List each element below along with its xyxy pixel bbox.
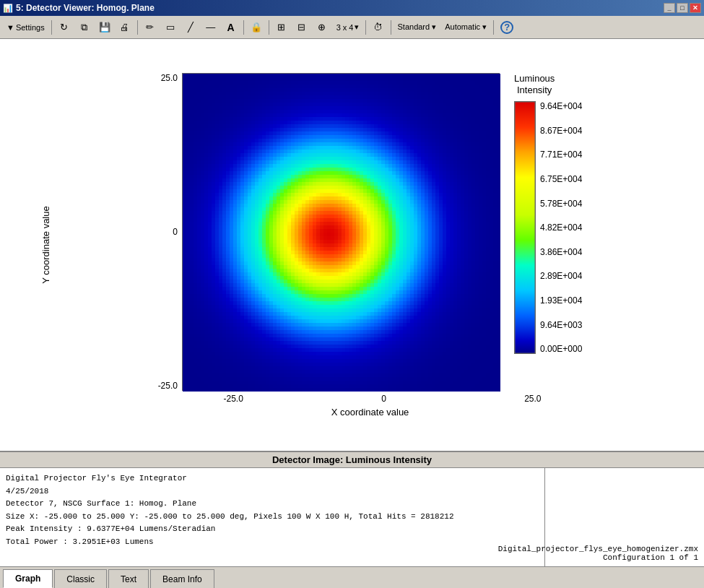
x-axis-label: X coordinate value [331,407,409,418]
lock-icon: 🔒 [251,22,262,33]
automatic-dropdown[interactable]: Automatic ▾ [441,19,490,36]
info-line2: 4/25/2018 [6,485,539,498]
rect-icon: ▭ [165,22,176,33]
legend-val-10: 0.00E+000 [540,344,582,354]
rect-button[interactable]: ▭ [161,19,180,36]
line-icon: ╱ [185,22,196,33]
file-line1: Digital_projector_flys_eye_homogenizer.z… [498,545,698,553]
y-axis-label: Y coordinate value [40,206,51,283]
copy-icon: ⧉ [79,22,90,33]
toolbar-separator-7 [493,20,494,35]
lock-button[interactable]: 🔒 [247,19,266,36]
x-tick-mid: 0 [381,394,386,404]
maximize-button[interactable]: □ [677,3,688,13]
file-line2: Configuration 1 of 1 [498,553,698,562]
grid-icon: ⊞ [276,22,287,33]
legend-val-3: 6.75E+004 [540,174,582,184]
layers-button[interactable]: ⊕ [313,19,331,36]
minimize-button[interactable]: _ [664,3,675,13]
bottom-file: Digital_projector_flys_eye_homogenizer.z… [545,468,704,566]
legend-val-2: 7.71E+004 [540,150,582,160]
app-icon: 📊 [3,4,13,13]
heatmap-canvas [183,74,500,392]
x-tick-right: 25.0 [524,394,541,404]
heatmap-wrapper [182,73,500,391]
layout-icon: ⊟ [296,22,308,33]
y-tick-top: 25.0 [161,73,178,83]
main-content: Y coordinate value 25.0 0 -25.0 Luminous [0,39,704,588]
info-line4: Size X: -25.000 to 25.000 Y: -25.000 to … [6,511,539,524]
toolbar-separator-5 [365,20,366,35]
refresh-button[interactable]: ↻ [55,19,74,36]
settings-button[interactable]: ▼ Settings [3,19,48,36]
legend-val-9: 9.64E+003 [540,320,582,330]
clock-button[interactable]: ⏱ [369,19,388,36]
info-line5: Peak Intensity : 9.6377E+04 Lumens/Stera… [6,523,539,536]
legend-labels: 9.64E+004 8.67E+004 7.71E+004 6.75E+004 … [540,101,582,354]
title-bar: 📊 5: Detector Viewer: Homog. Plane _ □ ✕ [0,0,704,16]
title-bar-left: 📊 5: Detector Viewer: Homog. Plane [3,3,155,13]
legend-val-8: 1.93E+004 [540,295,582,306]
plot-with-axes: 25.0 0 -25.0 Luminous Intensity [158,73,583,418]
close-button[interactable]: ✕ [690,3,701,13]
grid-dropdown-arrow: ▾ [355,22,359,32]
tab-beaminfo[interactable]: Beam Info [150,569,214,588]
legend-bar-canvas [514,101,536,354]
info-line1: Digital Projector Fly's Eye Integrator [6,472,539,485]
text-icon: A [225,22,237,33]
legend-val-0: 9.64E+004 [540,101,582,111]
help-icon: ? [500,21,513,34]
legend-val-6: 3.86E+004 [540,247,582,257]
tab-bar: Graph Classic Text Beam Info [0,566,704,588]
pencil-icon: ✏ [144,22,156,33]
x-tick-left: -25.0 [224,394,243,404]
x-axis-label-container: X coordinate value [331,407,409,418]
hline-button[interactable]: — [201,19,220,36]
y-tick-bot: -25.0 [158,381,178,391]
refresh-icon: ↻ [58,22,70,33]
legend-val-7: 2.89E+004 [540,271,582,281]
title-bar-controls: _ □ ✕ [664,3,701,13]
graph-area: Y coordinate value 25.0 0 -25.0 Luminous [0,39,704,451]
layers-icon: ⊕ [316,22,328,33]
info-line6: Total Power : 3.2951E+03 Lumens [6,536,539,549]
clock-icon: ⏱ [373,22,384,33]
settings-icon: ▼ [6,23,14,32]
save-icon: 💾 [99,22,110,33]
hline-icon: — [205,22,217,33]
legend-val-5: 4.82E+004 [540,222,582,233]
print-button[interactable]: 🖨 [116,19,134,36]
legend-val-1: 8.67E+004 [540,126,582,136]
toolbar: ▼ Settings ↻ ⧉ 💾 🖨 ✏ ▭ ╱ — A 🔒 ⊞ ⊟ ⊕ 3 x [0,16,704,39]
bottom-header: Detector Image: Luminous Intensity [0,452,704,468]
y-tick-mid: 0 [173,227,178,237]
bottom-panel: Detector Image: Luminous Intensity Digit… [0,451,704,588]
legend-bar-container: 9.64E+004 8.67E+004 7.71E+004 6.75E+004 … [514,101,582,354]
line-button[interactable]: ╱ [181,19,200,36]
x-tick-labels: -25.0 0 25.0 [224,394,542,404]
tab-graph[interactable]: Graph [3,569,53,588]
pencil-button[interactable]: ✏ [141,19,160,36]
copy-button[interactable]: ⧉ [75,19,94,36]
tab-classic[interactable]: Classic [54,569,107,588]
info-line3: Detector 7, NSCG Surface 1: Homog. Plane [6,498,539,511]
window-title: 5: Detector Viewer: Homog. Plane [16,3,155,13]
standard-dropdown[interactable]: Standard ▾ [394,19,440,36]
bottom-info: Digital Projector Fly's Eye Integrator 4… [0,468,545,566]
y-tick-labels: 25.0 0 -25.0 [158,73,182,391]
toolbar-separator-6 [391,20,391,35]
legend-val-4: 5.78E+004 [540,199,582,209]
layout-button[interactable]: ⊟ [292,19,311,36]
tab-text[interactable]: Text [108,569,149,588]
toolbar-separator-3 [243,20,244,35]
toolbar-separator-2 [137,20,138,35]
legend-title: Luminous Intensity [514,73,555,98]
bottom-body: Digital Projector Fly's Eye Integrator 4… [0,468,704,566]
help-button[interactable]: ? [497,19,517,36]
grid-button[interactable]: ⊞ [272,19,291,36]
save-button[interactable]: 💾 [95,19,114,36]
grid-size-dropdown[interactable]: 3 x 4 ▾ [333,19,362,36]
text-button[interactable]: A [222,19,240,36]
plot-row: 25.0 0 -25.0 Luminous Intensity [158,73,583,391]
color-legend: Luminous Intensity 9.64E+004 8.67E+004 7… [514,73,582,355]
